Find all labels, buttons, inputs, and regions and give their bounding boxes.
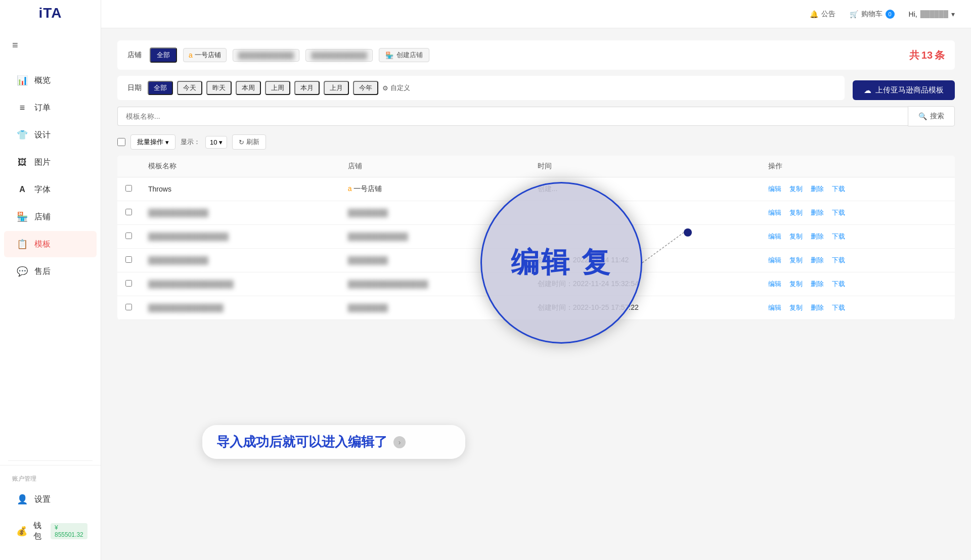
date-lastweek-btn[interactable]: 上周 [265, 81, 290, 95]
store3-chip[interactable]: ████████████ [305, 49, 373, 62]
sidebar-item-label-design: 设计 [34, 130, 51, 141]
copy-link-3[interactable]: 复制 [789, 256, 803, 264]
settings-icon: 👤 [16, 493, 28, 505]
dropdown-icon: ▾ [951, 10, 955, 18]
row-checkbox[interactable] [125, 256, 132, 263]
notice-button[interactable]: 🔔 公告 [810, 10, 835, 19]
row-checkbox[interactable] [125, 232, 132, 239]
copy-link-0[interactable]: 复制 [789, 185, 803, 193]
row-checkbox[interactable] [125, 209, 132, 215]
refresh-button[interactable]: ↻ 刷新 [232, 134, 266, 150]
date-thisweek-btn[interactable]: 本周 [236, 81, 261, 95]
data-table: 模板名称 店铺 时间 操作 [117, 156, 955, 320]
copy-link-1[interactable]: 复制 [789, 209, 803, 216]
row-checkbox[interactable] [125, 185, 132, 192]
date-filter-label: 日期 [127, 83, 142, 92]
row-checkbox[interactable] [125, 304, 132, 310]
sidebar-item-orders[interactable]: ≡ 订单 [4, 95, 97, 121]
row-checkbox-cell [117, 296, 140, 320]
select-all-checkbox[interactable] [117, 138, 125, 146]
date-custom-btn[interactable]: ⚙ 自定义 [382, 83, 410, 92]
delete-link-1[interactable]: 删除 [811, 209, 824, 216]
edit-link-3[interactable]: 编辑 [768, 256, 781, 264]
row-store-cell: ████████████ [340, 225, 529, 249]
date-filter-row: 日期 全部 今天 昨天 本周 上周 本月 上月 今年 ⚙ 自定义 [117, 76, 845, 100]
template-name: █████████████████ [148, 280, 234, 288]
hamburger-icon: ≡ [12, 39, 18, 51]
download-link-2[interactable]: 下载 [832, 232, 845, 240]
delete-link-5[interactable]: 删除 [811, 304, 824, 311]
edit-link-4[interactable]: 编辑 [768, 280, 781, 288]
edit-link-1[interactable]: 编辑 [768, 209, 781, 216]
row-name-cell: █████████████████ [140, 272, 340, 296]
fonts-icon: A [16, 183, 28, 196]
gear-icon: ⚙ [382, 84, 388, 92]
notice-label: 公告 [821, 10, 835, 19]
sidebar-item-stores[interactable]: 🏪 店铺 [4, 204, 97, 230]
store1-chip[interactable]: a 一号店铺 [183, 48, 227, 62]
sidebar-item-fonts[interactable]: A 字体 [4, 176, 97, 203]
delete-link-0[interactable]: 删除 [811, 185, 824, 193]
store-name: ████████ [348, 256, 388, 264]
store3-label: ████████████ [311, 52, 367, 59]
date-thismonth-btn[interactable]: 本月 [294, 81, 320, 95]
show-dropdown-icon: ▾ [219, 138, 223, 146]
upload-btn-label: 上传亚马逊商品模板 [875, 85, 944, 95]
date-yesterday-btn[interactable]: 昨天 [206, 81, 232, 95]
edit-link-0[interactable]: 编辑 [768, 185, 781, 193]
download-link-0[interactable]: 下载 [832, 185, 845, 193]
sidebar-item-templates[interactable]: 📋 模板 [4, 231, 97, 257]
row-checkbox[interactable] [125, 280, 132, 287]
row-store-cell: ████████ [340, 201, 529, 225]
row-time-cell [529, 201, 760, 225]
copy-link-4[interactable]: 复制 [789, 280, 803, 288]
download-link-1[interactable]: 下载 [832, 209, 845, 216]
date-all-btn[interactable]: 全部 [148, 81, 173, 95]
date-lastmonth-btn[interactable]: 上月 [324, 81, 349, 95]
store2-chip[interactable]: ████████████ [233, 49, 300, 62]
edit-link-5[interactable]: 编辑 [768, 304, 781, 311]
sidebar-item-label-images: 图片 [34, 157, 51, 168]
sidebar-item-label-wallet: 钱包 [33, 521, 41, 542]
search-row: 🔍 搜索 [117, 106, 955, 126]
sidebar-item-wallet[interactable]: 💰 钱包 ¥ 855501.32 [4, 514, 97, 549]
overview-icon: 📊 [16, 74, 28, 86]
sidebar-item-design[interactable]: 👕 设计 [4, 122, 97, 148]
store-all-button[interactable]: 全部 [150, 48, 177, 63]
row-actions-cell: 编辑 复制 删除 下载 [760, 249, 955, 272]
download-link-4[interactable]: 下载 [832, 280, 845, 288]
sidebar-account: 账户管理 👤 设置 💰 钱包 ¥ 855501.32 [0, 465, 101, 560]
sidebar-item-overview[interactable]: 📊 概览 [4, 67, 97, 94]
delete-link-3[interactable]: 删除 [811, 256, 824, 264]
date-thisyear-btn[interactable]: 今年 [353, 81, 378, 95]
copy-link-5[interactable]: 复制 [789, 304, 803, 311]
amazon-icon: a [189, 51, 193, 59]
sidebar-item-settings[interactable]: 👤 设置 [4, 486, 97, 512]
date-today-btn[interactable]: 今天 [177, 81, 202, 95]
hamburger-button[interactable]: ≡ [0, 29, 101, 61]
sidebar-item-label-settings: 设置 [34, 494, 51, 505]
user-menu[interactable]: Hi, ██████ ▾ [909, 10, 955, 18]
delete-link-2[interactable]: 删除 [811, 232, 824, 240]
cart-button[interactable]: 🛒 购物车 0 [850, 10, 895, 19]
sidebar-item-images[interactable]: 🖼 图片 [4, 149, 97, 175]
bell-icon: 🔔 [810, 10, 818, 18]
download-link-5[interactable]: 下载 [832, 304, 845, 311]
table-row: Throws a 一号店铺 创建... 编辑 复制 删除 下载 [117, 177, 955, 201]
search-input[interactable] [117, 107, 908, 126]
sidebar-item-aftersales[interactable]: 💬 售后 [4, 258, 97, 285]
download-link-3[interactable]: 下载 [832, 256, 845, 264]
copy-link-2[interactable]: 复制 [789, 232, 803, 240]
delete-link-4[interactable]: 删除 [811, 280, 824, 288]
table-header: 模板名称 店铺 时间 操作 [117, 156, 955, 177]
template-name: ███████████████ [148, 304, 224, 312]
show-select[interactable]: 10 ▾ [205, 136, 227, 149]
total-label: 共 [909, 50, 919, 61]
upload-template-button[interactable]: ☁ 上传亚马逊商品模板 [853, 80, 955, 100]
hi-text: Hi, [909, 10, 917, 18]
batch-operations-button[interactable]: 批量操作 ▾ [130, 134, 175, 150]
table-row: █████████████████ ████████████████ 创建时间：… [117, 272, 955, 296]
create-store-button[interactable]: 🏪 创建店铺 [379, 48, 429, 62]
search-button[interactable]: 🔍 搜索 [908, 106, 955, 126]
edit-link-2[interactable]: 编辑 [768, 232, 781, 240]
